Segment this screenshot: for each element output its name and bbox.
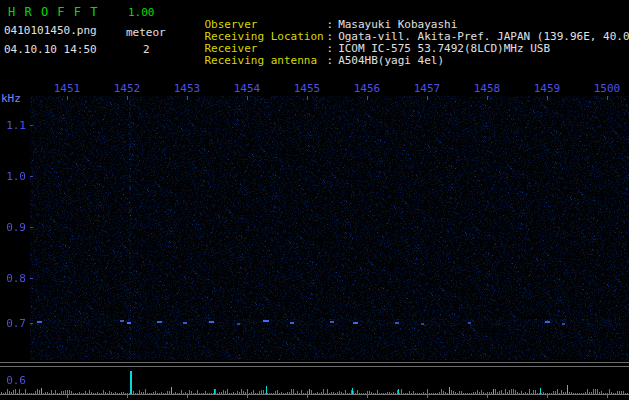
time-axis-label: 1455 [292, 82, 322, 95]
signal-level-canvas [0, 368, 629, 400]
time-axis-label: 1458 [472, 82, 502, 95]
app-version: 1.00 [128, 7, 155, 19]
time-axis-label: 1457 [412, 82, 442, 95]
time-axis-label: 1452 [112, 82, 142, 95]
separator-line [0, 362, 629, 363]
info-row-antenna: Receiving antenna:A504HB(yagi 4el) [178, 43, 444, 79]
time-axis-label: 1453 [172, 82, 202, 95]
mode-label: meteor [126, 27, 166, 39]
spectrogram-canvas [30, 96, 629, 360]
time-axis-label: 1456 [352, 82, 382, 95]
time-axis-label: 1454 [232, 82, 262, 95]
info-colon: : [327, 54, 334, 67]
freq-axis-label: 1.0 [0, 170, 26, 183]
output-filename: 0410101450.png [4, 25, 97, 37]
app-title: H R O F F T [8, 6, 98, 18]
time-axis-label: 1459 [532, 82, 562, 95]
timestamp: 04.10.10 14:50 [4, 44, 97, 56]
freq-axis-label: 0.7 [0, 317, 26, 330]
time-axis-label: 1451 [52, 82, 82, 95]
freq-axis-label: 0.8 [0, 272, 26, 285]
info-label: Receiving antenna [205, 55, 327, 67]
freq-axis-label: 0.6 [0, 374, 26, 387]
freq-unit-label: kHz [1, 93, 21, 105]
freq-axis-label: 0.9 [0, 221, 26, 234]
count-value: 2 [143, 44, 150, 56]
freq-axis-label: 1.1 [0, 119, 26, 132]
separator-line [0, 366, 629, 367]
time-axis-label: 1500 [592, 82, 622, 95]
info-value: A504HB(yagi 4el) [338, 54, 444, 67]
hrofft-window: H R O F F T 1.00 0410101450.png meteor 0… [0, 0, 629, 400]
